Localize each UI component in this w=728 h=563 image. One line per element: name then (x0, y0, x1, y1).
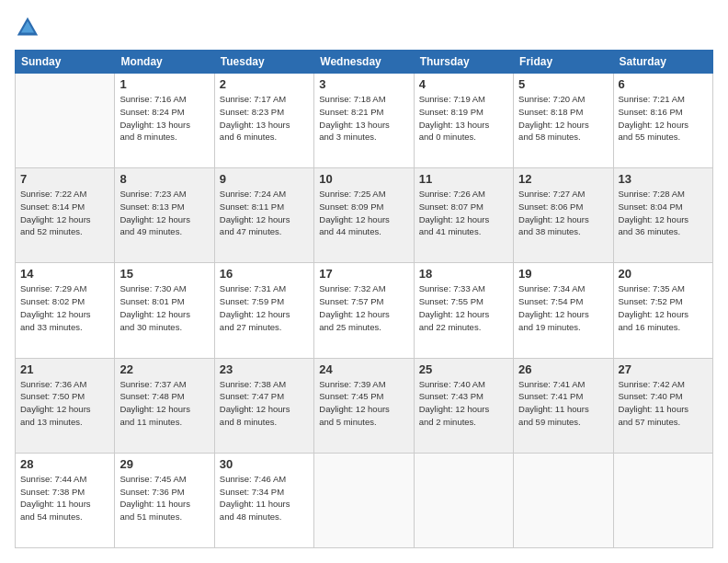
calendar-cell: 3Sunrise: 7:18 AM Sunset: 8:21 PM Daylig… (314, 74, 414, 168)
calendar-cell (613, 453, 712, 547)
calendar-cell: 4Sunrise: 7:19 AM Sunset: 8:19 PM Daylig… (414, 74, 513, 168)
weekday-header-monday: Monday (115, 51, 214, 74)
calendar-cell: 29Sunrise: 7:45 AM Sunset: 7:36 PM Dayli… (115, 453, 214, 547)
calendar-cell: 22Sunrise: 7:37 AM Sunset: 7:48 PM Dayli… (115, 358, 214, 453)
calendar-cell (314, 453, 414, 547)
day-info: Sunrise: 7:37 AM Sunset: 7:48 PM Dayligh… (119, 378, 209, 429)
day-number: 21 (20, 362, 109, 376)
day-number: 3 (319, 77, 408, 91)
calendar-cell: 24Sunrise: 7:39 AM Sunset: 7:45 PM Dayli… (314, 358, 414, 453)
weekday-header-thursday: Thursday (414, 51, 513, 74)
day-number: 19 (518, 267, 608, 281)
logo-icon (15, 15, 40, 40)
day-number: 4 (419, 77, 508, 91)
calendar-cell: 10Sunrise: 7:25 AM Sunset: 8:09 PM Dayli… (314, 168, 414, 263)
day-info: Sunrise: 7:40 AM Sunset: 7:43 PM Dayligh… (419, 378, 508, 429)
day-info: Sunrise: 7:26 AM Sunset: 8:07 PM Dayligh… (419, 188, 508, 238)
day-info: Sunrise: 7:29 AM Sunset: 8:02 PM Dayligh… (20, 282, 109, 333)
weekday-header-sunday: Sunday (16, 51, 115, 74)
calendar-cell: 6Sunrise: 7:21 AM Sunset: 8:16 PM Daylig… (613, 74, 712, 168)
calendar-cell: 19Sunrise: 7:34 AM Sunset: 7:54 PM Dayli… (514, 263, 613, 358)
week-row-2: 7Sunrise: 7:22 AM Sunset: 8:14 PM Daylig… (16, 168, 713, 263)
calendar-cell: 14Sunrise: 7:29 AM Sunset: 8:02 PM Dayli… (16, 263, 115, 358)
calendar-cell: 17Sunrise: 7:32 AM Sunset: 7:57 PM Dayli… (314, 263, 414, 358)
calendar-cell: 18Sunrise: 7:33 AM Sunset: 7:55 PM Dayli… (414, 263, 513, 358)
day-info: Sunrise: 7:33 AM Sunset: 7:55 PM Dayligh… (419, 282, 508, 333)
day-info: Sunrise: 7:20 AM Sunset: 8:18 PM Dayligh… (518, 93, 608, 144)
day-info: Sunrise: 7:30 AM Sunset: 8:01 PM Dayligh… (119, 282, 209, 333)
calendar-cell: 9Sunrise: 7:24 AM Sunset: 8:11 PM Daylig… (214, 168, 313, 263)
calendar-cell: 23Sunrise: 7:38 AM Sunset: 7:47 PM Dayli… (214, 358, 313, 453)
calendar-cell: 11Sunrise: 7:26 AM Sunset: 8:07 PM Dayli… (414, 168, 513, 263)
day-info: Sunrise: 7:28 AM Sunset: 8:04 PM Dayligh… (619, 188, 708, 238)
day-info: Sunrise: 7:19 AM Sunset: 8:19 PM Dayligh… (419, 93, 508, 144)
week-row-3: 14Sunrise: 7:29 AM Sunset: 8:02 PM Dayli… (16, 263, 713, 358)
calendar-cell: 30Sunrise: 7:46 AM Sunset: 7:34 PM Dayli… (214, 453, 313, 547)
calendar-cell: 27Sunrise: 7:42 AM Sunset: 7:40 PM Dayli… (613, 358, 712, 453)
week-row-1: 1Sunrise: 7:16 AM Sunset: 8:24 PM Daylig… (16, 74, 713, 168)
day-number: 7 (20, 172, 109, 186)
day-info: Sunrise: 7:24 AM Sunset: 8:11 PM Dayligh… (220, 188, 309, 238)
day-info: Sunrise: 7:27 AM Sunset: 8:06 PM Dayligh… (518, 188, 608, 238)
page: SundayMondayTuesdayWednesdayThursdayFrid… (0, 0, 728, 563)
calendar-cell: 5Sunrise: 7:20 AM Sunset: 8:18 PM Daylig… (514, 74, 613, 168)
day-number: 20 (619, 267, 708, 281)
calendar-cell: 8Sunrise: 7:23 AM Sunset: 8:13 PM Daylig… (115, 168, 214, 263)
day-number: 22 (119, 362, 209, 376)
day-number: 15 (119, 267, 209, 281)
weekday-header-friday: Friday (514, 51, 613, 74)
day-number: 5 (518, 77, 608, 91)
day-number: 14 (20, 267, 109, 281)
day-info: Sunrise: 7:22 AM Sunset: 8:14 PM Dayligh… (20, 188, 109, 238)
weekday-header-tuesday: Tuesday (214, 51, 313, 74)
weekday-header-saturday: Saturday (613, 51, 712, 74)
calendar-cell: 20Sunrise: 7:35 AM Sunset: 7:52 PM Dayli… (613, 263, 712, 358)
day-info: Sunrise: 7:21 AM Sunset: 8:16 PM Dayligh… (619, 93, 708, 144)
calendar-cell: 2Sunrise: 7:17 AM Sunset: 8:23 PM Daylig… (214, 74, 313, 168)
calendar-cell: 12Sunrise: 7:27 AM Sunset: 8:06 PM Dayli… (514, 168, 613, 263)
day-number: 10 (319, 172, 408, 186)
day-number: 11 (419, 172, 508, 186)
day-number: 1 (119, 77, 209, 91)
week-row-5: 28Sunrise: 7:44 AM Sunset: 7:38 PM Dayli… (16, 453, 713, 547)
day-info: Sunrise: 7:39 AM Sunset: 7:45 PM Dayligh… (319, 378, 408, 429)
calendar-cell (514, 453, 613, 547)
day-info: Sunrise: 7:32 AM Sunset: 7:57 PM Dayligh… (319, 282, 408, 333)
day-info: Sunrise: 7:16 AM Sunset: 8:24 PM Dayligh… (119, 93, 209, 144)
day-number: 26 (518, 362, 608, 376)
calendar-cell: 1Sunrise: 7:16 AM Sunset: 8:24 PM Daylig… (115, 74, 214, 168)
day-number: 2 (220, 77, 309, 91)
day-info: Sunrise: 7:18 AM Sunset: 8:21 PM Dayligh… (319, 93, 408, 144)
calendar-cell: 15Sunrise: 7:30 AM Sunset: 8:01 PM Dayli… (115, 263, 214, 358)
calendar-cell: 13Sunrise: 7:28 AM Sunset: 8:04 PM Dayli… (613, 168, 712, 263)
day-info: Sunrise: 7:45 AM Sunset: 7:36 PM Dayligh… (119, 473, 209, 523)
logo (15, 15, 44, 40)
calendar-cell: 16Sunrise: 7:31 AM Sunset: 7:59 PM Dayli… (214, 263, 313, 358)
weekday-header-wednesday: Wednesday (314, 51, 414, 74)
day-info: Sunrise: 7:23 AM Sunset: 8:13 PM Dayligh… (119, 188, 209, 238)
header (15, 15, 713, 40)
calendar-cell (414, 453, 513, 547)
day-info: Sunrise: 7:34 AM Sunset: 7:54 PM Dayligh… (518, 282, 608, 333)
day-info: Sunrise: 7:42 AM Sunset: 7:40 PM Dayligh… (619, 378, 708, 429)
day-info: Sunrise: 7:36 AM Sunset: 7:50 PM Dayligh… (20, 378, 109, 429)
day-number: 18 (419, 267, 508, 281)
day-info: Sunrise: 7:41 AM Sunset: 7:41 PM Dayligh… (518, 378, 608, 429)
day-number: 12 (518, 172, 608, 186)
day-info: Sunrise: 7:31 AM Sunset: 7:59 PM Dayligh… (220, 282, 309, 333)
day-number: 24 (319, 362, 408, 376)
day-info: Sunrise: 7:17 AM Sunset: 8:23 PM Dayligh… (220, 93, 309, 144)
day-number: 23 (220, 362, 309, 376)
weekday-header-row: SundayMondayTuesdayWednesdayThursdayFrid… (16, 51, 713, 74)
calendar-cell: 21Sunrise: 7:36 AM Sunset: 7:50 PM Dayli… (16, 358, 115, 453)
day-info: Sunrise: 7:25 AM Sunset: 8:09 PM Dayligh… (319, 188, 408, 238)
day-number: 28 (20, 457, 109, 471)
calendar: SundayMondayTuesdayWednesdayThursdayFrid… (15, 50, 713, 548)
day-number: 6 (619, 77, 708, 91)
day-number: 27 (619, 362, 708, 376)
day-info: Sunrise: 7:38 AM Sunset: 7:47 PM Dayligh… (220, 378, 309, 429)
day-info: Sunrise: 7:46 AM Sunset: 7:34 PM Dayligh… (220, 473, 309, 523)
calendar-cell: 25Sunrise: 7:40 AM Sunset: 7:43 PM Dayli… (414, 358, 513, 453)
day-number: 25 (419, 362, 508, 376)
day-info: Sunrise: 7:35 AM Sunset: 7:52 PM Dayligh… (619, 282, 708, 333)
